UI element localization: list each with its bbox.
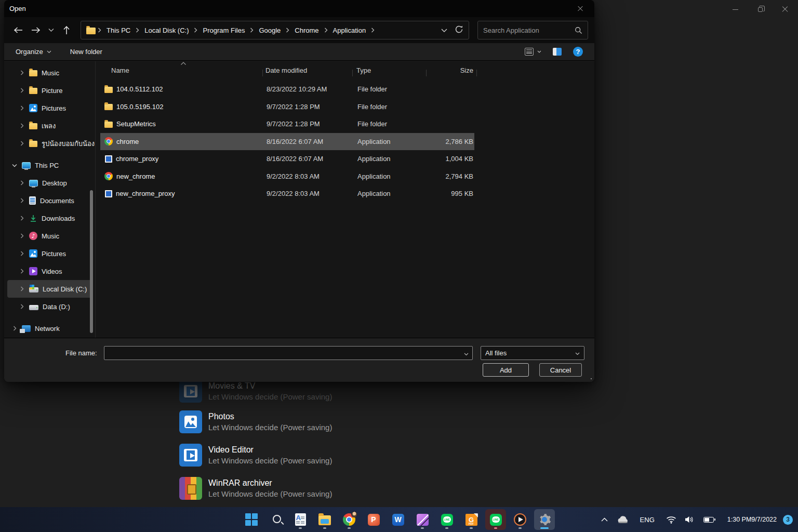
file-type-select[interactable]: All files — [481, 346, 584, 360]
file-name-input[interactable] — [104, 347, 460, 360]
preview-pane-button[interactable] — [553, 48, 562, 56]
notification-center-button[interactable]: 3 — [783, 515, 793, 525]
file-row[interactable]: new_chrome_proxy 9/2/2022 8:03 AM Applic… — [96, 185, 594, 203]
sidebar-item-thai-photos-folder[interactable]: รูปน้องบอมกับน้อง — [7, 135, 92, 152]
address-dropdown-button[interactable] — [441, 28, 447, 33]
dialog-titlebar[interactable]: Open — [4, 0, 594, 17]
sidebar-scrollbar[interactable] — [90, 190, 93, 333]
sidebar-item-picture-folder[interactable]: Picture — [7, 82, 92, 99]
tray-onedrive-button[interactable] — [613, 516, 633, 523]
breadcrumb-segment[interactable]: Google — [256, 24, 284, 36]
search-input[interactable] — [483, 26, 575, 34]
taskbar-word-button[interactable]: W — [388, 509, 408, 530]
tray-wifi-button[interactable] — [662, 516, 681, 524]
sidebar-item-pictures-library[interactable]: Pictures — [7, 245, 92, 262]
column-header-type[interactable]: Type — [353, 66, 427, 78]
running-indicator — [445, 527, 448, 529]
expander-chevron-down-icon[interactable] — [11, 164, 18, 167]
help-button[interactable]: ? — [573, 47, 583, 57]
file-row[interactable]: chrome_proxy 8/16/2022 6:07 AM Applicati… — [96, 150, 594, 168]
address-bar[interactable]: This PC Local Disk (C:) Program Files Go… — [81, 21, 469, 39]
file-name-combobox[interactable] — [104, 346, 473, 360]
app-row-video-editor[interactable]: Video Editor Let Windows decide (Power s… — [179, 444, 332, 467]
change-view-button[interactable] — [525, 48, 541, 56]
close-button[interactable] — [779, 4, 791, 15]
expander-chevron-right-icon[interactable] — [19, 233, 25, 238]
taskbar-media-player-button[interactable] — [510, 509, 530, 530]
tray-language-indicator[interactable]: ENG — [633, 516, 662, 524]
sidebar-item-desktop[interactable]: Desktop — [7, 174, 92, 192]
breadcrumb-segment[interactable]: This PC — [103, 24, 134, 36]
expander-chevron-right-icon[interactable] — [19, 70, 25, 75]
forward-button[interactable] — [28, 22, 44, 38]
tray-clock[interactable]: 1:30 PM 9/7/2022 — [719, 516, 783, 524]
expander-chevron-right-icon[interactable] — [19, 251, 25, 256]
expander-chevron-right-icon[interactable] — [19, 88, 25, 93]
expander-chevron-right-icon[interactable] — [19, 269, 25, 274]
tray-volume-button[interactable] — [681, 516, 698, 523]
breadcrumb-segment[interactable]: Application — [330, 24, 369, 36]
sidebar-item-downloads[interactable]: Downloads — [7, 209, 92, 227]
sidebar-item-thai-music-folder[interactable]: เพลง — [7, 117, 92, 135]
sidebar-item-local-disk-c[interactable]: Local Disk (C:) — [7, 280, 92, 298]
start-button[interactable] — [241, 509, 262, 530]
expander-chevron-right-icon[interactable] — [19, 180, 25, 185]
column-header-name[interactable]: Name — [96, 66, 263, 78]
add-button[interactable]: Add — [483, 363, 529, 377]
expander-chevron-right-icon[interactable] — [19, 216, 25, 221]
taskbar-line-active-button[interactable]: LINE — [485, 509, 506, 530]
taskbar-line-button[interactable]: LINE — [436, 509, 457, 530]
breadcrumb-segment[interactable]: Program Files — [200, 24, 248, 36]
file-row[interactable]: 105.0.5195.102 9/7/2022 1:28 PM File fol… — [96, 98, 594, 116]
minimize-button[interactable] — [729, 4, 741, 15]
column-header-size[interactable]: Size — [427, 66, 477, 78]
sidebar-item-music-library[interactable]: ♪ Music — [7, 227, 92, 245]
cancel-button[interactable]: Cancel — [539, 363, 582, 377]
organize-button[interactable]: Organize — [16, 48, 51, 56]
expander-chevron-right-icon[interactable] — [19, 123, 25, 128]
tray-battery-button[interactable] — [698, 517, 719, 523]
expander-chevron-right-icon[interactable] — [19, 304, 25, 309]
search-field[interactable] — [477, 21, 588, 39]
column-header-date-modified[interactable]: Date modified — [263, 66, 353, 78]
taskbar-file-explorer-button[interactable] — [314, 509, 335, 530]
taskbar-gaaiho-pdf-button[interactable]: G — [461, 509, 482, 530]
taskbar-settings-button[interactable] — [534, 509, 555, 530]
sidebar-item-music-folder[interactable]: Music — [7, 64, 92, 82]
tray-show-hidden-icons-button[interactable] — [596, 517, 613, 522]
chevron-down-icon[interactable] — [460, 349, 472, 358]
taskbar-powerpoint-button[interactable]: P — [363, 509, 384, 530]
taskbar-wordpad-button[interactable] — [290, 509, 311, 530]
dialog-close-button[interactable] — [571, 2, 589, 16]
sidebar-item-network[interactable]: Network — [7, 320, 92, 337]
sidebar-item-this-pc[interactable]: This PC — [7, 156, 92, 174]
breadcrumb-segment[interactable]: Local Disk (C:) — [141, 24, 192, 36]
taskbar-affinity-photo-button[interactable] — [412, 509, 433, 530]
taskbar-search-button[interactable] — [265, 509, 286, 530]
refresh-button[interactable] — [455, 25, 463, 36]
expander-chevron-right-icon[interactable] — [19, 141, 25, 146]
restore-button[interactable] — [754, 4, 766, 15]
expander-chevron-right-icon[interactable] — [19, 198, 25, 203]
file-row[interactable]: SetupMetrics 9/7/2022 1:28 PM File folde… — [96, 115, 594, 133]
file-row[interactable]: new_chrome 9/2/2022 8:03 AM Application … — [96, 168, 594, 185]
taskbar-chrome-button[interactable] — [339, 509, 360, 530]
sidebar-item-documents[interactable]: Documents — [7, 192, 92, 209]
expander-chevron-right-icon[interactable] — [19, 286, 25, 291]
up-button[interactable] — [59, 22, 74, 38]
file-row-selected[interactable]: chrome 8/16/2022 6:07 AM Application 2,7… — [96, 133, 594, 151]
recent-locations-button[interactable] — [45, 22, 57, 38]
expander-chevron-right-icon[interactable] — [19, 105, 25, 111]
app-row-photos[interactable]: Photos Let Windows decide (Power saving) — [179, 410, 332, 433]
back-button[interactable] — [10, 22, 26, 38]
expander-chevron-right-icon[interactable] — [11, 326, 18, 331]
breadcrumb-segment[interactable]: Chrome — [291, 24, 322, 36]
open-file-dialog: Open This PC Local Disk (C:) Program Fil… — [4, 0, 594, 382]
app-row-movies-tv[interactable]: Movies & TV Let Windows decide (Power sa… — [179, 380, 332, 403]
sidebar-item-data-d[interactable]: Data (D:) — [7, 298, 92, 315]
sidebar-item-pictures[interactable]: Pictures — [7, 99, 92, 117]
file-row[interactable]: 104.0.5112.102 8/23/2022 10:29 AM File f… — [96, 81, 594, 98]
new-folder-button[interactable]: New folder — [70, 48, 102, 56]
app-row-winrar[interactable]: WinRAR archiver Let Windows decide (Powe… — [179, 477, 332, 500]
sidebar-item-videos[interactable]: Videos — [7, 262, 92, 280]
